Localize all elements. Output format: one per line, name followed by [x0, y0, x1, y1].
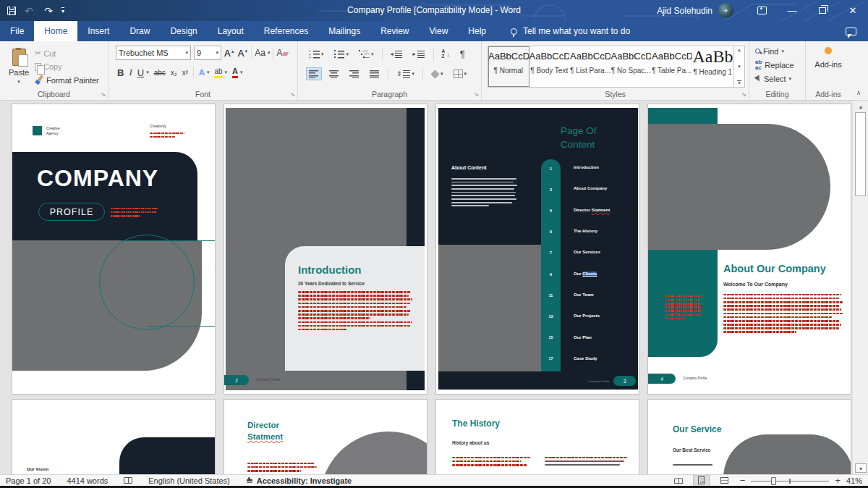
ribbon-tab[interactable]: Design [160, 21, 207, 41]
bullets-button[interactable]: ▾ [307, 49, 326, 60]
line-spacing-button[interactable]: ⇕▾ [394, 68, 417, 80]
undo-icon[interactable]: ↶▾ [25, 6, 35, 16]
numbering-button[interactable]: ▾ [332, 49, 352, 60]
ribbon-tab[interactable]: Home [34, 21, 77, 41]
vertical-scrollbar[interactable]: ▲ ▼ [852, 101, 868, 474]
decrease-indent-button[interactable]: ◂ [388, 49, 405, 60]
styles-dialog-launcher-icon[interactable]: ⇘ [741, 92, 746, 98]
addins-icon[interactable] [825, 47, 832, 54]
page-4-about-company[interactable]: About Our Company Welcome To Our Company… [647, 104, 851, 395]
show-hide-pilcrow-button[interactable]: ¶ [458, 47, 467, 61]
toc-entry[interactable]: The History [574, 229, 610, 233]
paste-button[interactable]: Paste ▾ [3, 44, 35, 88]
ribbon-tab[interactable]: File [0, 21, 34, 41]
ribbon-tab[interactable]: Insert [77, 21, 119, 41]
minimize-button[interactable]: — [777, 0, 807, 21]
toc-entry[interactable]: About Company [574, 186, 610, 190]
scroll-down-icon[interactable]: ▼ [855, 463, 867, 473]
ribbon-tab[interactable]: Mailings [318, 21, 370, 41]
accessibility-status[interactable]: Accessibility: Investigate [246, 476, 352, 485]
collapse-ribbon-icon[interactable]: ∧ [854, 90, 864, 97]
superscript-button[interactable]: x² [182, 69, 188, 77]
font-family-select[interactable]: Trebuchet MS▾ [116, 46, 191, 60]
clipboard-dialog-launcher-icon[interactable]: ⇘ [101, 92, 106, 98]
align-center-button[interactable] [327, 68, 341, 80]
style-item[interactable]: AaBbCcD ¶ Table Pa... [652, 46, 693, 87]
clear-formatting-button[interactable]: A [276, 48, 288, 58]
zoom-percent[interactable]: 41% [846, 476, 862, 485]
borders-button[interactable]: ▾ [451, 68, 469, 80]
select-button[interactable]: Select▾ [755, 72, 802, 85]
toc-entry[interactable]: Our Plan [574, 335, 610, 340]
styles-scroll-up-icon[interactable]: ▲ [737, 48, 741, 52]
proofing-button[interactable] [124, 477, 132, 484]
format-painter-button[interactable]: Format Painter [35, 75, 99, 85]
page-indicator[interactable]: Page 1 of 20 [6, 476, 51, 485]
tell-me-box[interactable]: Tell me what you want to do [511, 21, 630, 41]
ribbon-tab[interactable]: Help [458, 21, 496, 41]
paste-dropdown-icon[interactable]: ▾ [17, 79, 20, 85]
text-effects-button[interactable]: A▾ [199, 68, 209, 77]
font-dialog-launcher-icon[interactable]: ⇘ [290, 92, 295, 98]
subscript-button[interactable]: x₂ [171, 69, 177, 77]
style-item[interactable]: AaBbCcDd ¶ Body Text [529, 46, 571, 87]
toc-entry[interactable]: Our Clients [574, 272, 610, 276]
web-layout-button[interactable] [717, 476, 733, 486]
style-item[interactable]: AaBbCcD ¶ Heading 1 [693, 46, 734, 87]
replace-button[interactable]: abacReplace [755, 58, 802, 72]
scroll-up-icon[interactable]: ▲ [853, 101, 868, 112]
toc-entry[interactable]: Case Study [574, 356, 610, 361]
paragraph-dialog-launcher-icon[interactable]: ⇘ [474, 92, 479, 98]
toc-entry[interactable]: Our Team [574, 293, 610, 297]
print-layout-button[interactable] [694, 476, 710, 486]
zoom-out-button[interactable]: − [740, 476, 746, 485]
toc-entry[interactable]: Our Projects [574, 314, 610, 318]
user-name[interactable]: Ajid Solehudin [657, 6, 712, 16]
save-icon[interactable] [7, 7, 16, 15]
style-item[interactable]: AaBbCcD ¶ List Para... [570, 46, 611, 87]
addins-button[interactable]: Add-ins [814, 60, 841, 69]
justify-button[interactable] [367, 68, 382, 80]
ribbon-tab[interactable]: View [420, 21, 459, 41]
customize-qat-icon[interactable]: ▾ [61, 7, 64, 14]
ribbon-tab[interactable]: References [254, 21, 318, 41]
document-canvas[interactable]: CreativeAgency Creativity COMPANY PROFIL… [0, 101, 868, 474]
page-6-director-statement[interactable]: DirectorStatment [224, 399, 427, 474]
avatar[interactable]: ✈ [718, 3, 733, 18]
comments-icon[interactable] [846, 28, 856, 35]
strikethrough-button[interactable]: abc [154, 69, 166, 77]
shrink-font-button[interactable]: A▼ [238, 48, 249, 59]
ribbon-tab[interactable]: Draw [119, 21, 160, 41]
page-2-introduction[interactable]: Introduction 20 Years Dedicated to Servi… [224, 104, 427, 395]
styles-scroll-down-icon[interactable]: ▼ [737, 64, 741, 69]
ribbon-tab[interactable]: Review [370, 21, 419, 41]
language-indicator[interactable]: English (United States) [148, 476, 230, 485]
toc-entry[interactable]: Our Services [574, 250, 610, 254]
font-size-select[interactable]: 9▾ [194, 46, 221, 60]
italic-button[interactable]: I [129, 67, 132, 78]
style-item[interactable]: AaBbCcD ¶ No Spac... [611, 46, 652, 87]
toc-entry[interactable]: Director Statment [574, 208, 610, 212]
ribbon-display-options-button[interactable] [746, 0, 777, 21]
copy-button[interactable]: Copy [35, 62, 99, 71]
page-5-our-vision[interactable]: Our Vision [12, 399, 216, 474]
grow-font-button[interactable]: A▲ [224, 48, 235, 59]
zoom-in-button[interactable]: + [835, 476, 841, 485]
page-3-contents[interactable]: Page Of Content About Content 1356791113… [435, 104, 639, 395]
page-1-cover[interactable]: CreativeAgency Creativity COMPANY PROFIL… [12, 104, 216, 395]
zoom-slider[interactable] [751, 476, 829, 486]
increase-indent-button[interactable]: ▸ [411, 49, 427, 60]
align-left-button[interactable] [307, 68, 321, 80]
ribbon-tab[interactable]: Layout [208, 21, 254, 41]
styles-more-icon[interactable]: ▼ [737, 80, 741, 85]
zoom-slider-thumb[interactable] [771, 477, 776, 485]
multilevel-list-button[interactable]: ▾ [357, 49, 376, 60]
highlight-color-button[interactable]: ab▾ [214, 67, 227, 78]
redo-icon[interactable]: ↷ [44, 6, 53, 16]
shading-button[interactable]: ▾ [429, 69, 446, 80]
bold-button[interactable]: B [117, 67, 124, 78]
align-right-button[interactable] [347, 68, 362, 80]
find-button[interactable]: Find▾ [755, 44, 802, 58]
scrollbar-thumb[interactable] [855, 112, 866, 196]
page-7-history[interactable]: The History History about us [435, 399, 639, 474]
